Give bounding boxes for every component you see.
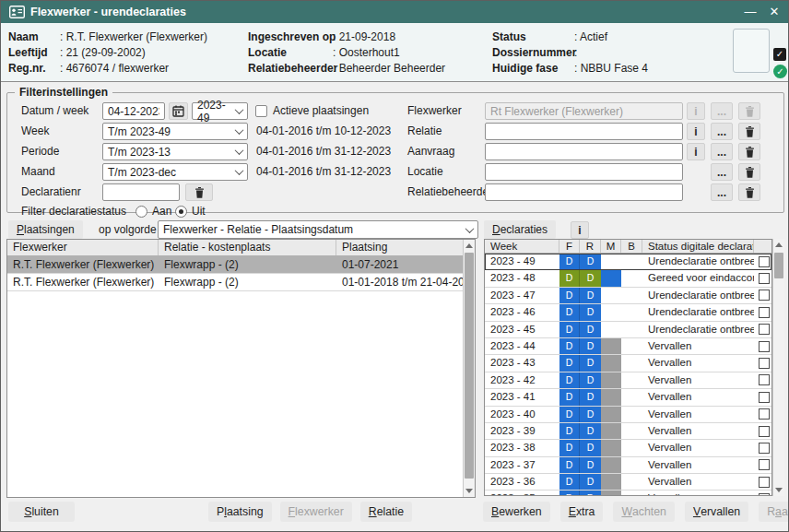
table-cell: R.T. Flexwerker (Flexwerker) [7,256,159,273]
declaratienr-input[interactable] [102,183,180,201]
header-column-2: Ingeschreven op: 21-09-2018Locatie: Oost… [248,30,445,77]
header-field-value: : Beheerder Beheerder [333,62,445,75]
calendar-button[interactable] [169,102,188,120]
clear-button-aanvraag[interactable] [738,143,760,160]
periode-select-value: T/m 2023-13 [108,146,171,159]
week-cell: 2023 - 37 [485,457,559,473]
browse-button-aanvraag[interactable]: ... [711,143,733,160]
scrollbar-thumb[interactable] [465,253,474,479]
extra-button[interactable]: Extra [560,502,604,522]
checkbox-cell [754,389,772,405]
date-input[interactable] [102,102,165,120]
checkbox-cell [754,304,772,320]
lookup-input-relatie[interactable] [485,123,683,140]
label-post: aatsing [227,505,264,518]
table-row[interactable]: 2023 - 38DDVervallen [485,440,771,456]
status-cell: Urendeclaratie ontbreekt [642,304,754,320]
lookup-input-relatiebeheerder[interactable] [485,183,683,201]
green-check-icon[interactable]: ✓ [773,65,787,78]
table-row[interactable]: 2023 - 46DDUrendeclaratie ontbreekt [485,304,771,321]
m-cell [601,304,621,320]
table-row[interactable]: 2023 - 41DDVervallen [485,389,771,406]
label-key: W [621,505,632,518]
declaraties-tab[interactable]: Declaraties [484,220,556,239]
clear-button-relatie[interactable] [738,123,760,140]
scroll-up-icon[interactable] [464,240,475,252]
declaraties-info-button[interactable]: i [571,221,589,239]
radio-uit[interactable] [175,206,187,218]
table-row[interactable]: 2023 - 44DDVervallen [485,338,771,355]
table-row[interactable]: 2023 - 40DDVervallen [485,407,771,423]
header-column-1: Naam: R.T. Flexwerker (Flexwerker)Leefti… [8,30,207,77]
dark-check-icon[interactable]: ✓ [773,48,786,61]
row-checkbox[interactable] [759,459,770,470]
footer-left-buttons: Sluiten [8,502,75,522]
row-checkbox[interactable] [759,273,770,284]
actieve-plaatsingen-checkbox[interactable] [255,105,267,117]
table-row[interactable]: 2023 - 45DDUrendeclaratie ontbreekt [485,322,771,338]
info-button-relatie[interactable]: i [687,123,705,140]
plaatsingen-table-header: FlexwerkerRelatie - kostenplaatsPlaatsin… [7,240,475,256]
plaatsingen-tab[interactable]: Plaatsingen [8,220,83,239]
table-row[interactable]: 2023 - 48DDGereed voor eindaccord... [485,270,771,287]
table-row[interactable]: 2023 - 43DDVervallen [485,355,771,372]
table-row[interactable]: R.T. Flexwerker (Flexwerker)Flexwrapp - … [7,256,475,274]
week-cell: 2023 - 36 [485,474,559,490]
row-checkbox[interactable] [759,443,770,454]
declaraties-scrollbar[interactable] [772,239,784,496]
row-checkbox[interactable] [759,426,770,437]
row-checkbox[interactable] [759,324,770,335]
checkbox-cell [754,407,772,422]
sluiten-button[interactable]: Sluiten [8,502,75,522]
weeknr-select[interactable]: 2023-49 [192,102,248,120]
browse-button-locatie[interactable]: ... [711,163,733,181]
row-checkbox[interactable] [759,290,770,301]
close-button[interactable]: ✕ [760,1,788,23]
lookup-input-aanvraag[interactable] [485,143,683,160]
periode-select[interactable]: T/m 2023-13 [102,143,248,160]
week-label: Week [21,123,49,140]
relatie-button[interactable]: Relatie [360,502,412,522]
table-row[interactable]: 2023 - 37DDVervallen [485,457,771,474]
week-select[interactable]: T/m 2023-49 [102,123,248,140]
row-checkbox[interactable] [759,477,770,488]
table-row[interactable]: R.T. Flexwerker (Flexwerker)Flexwrapp - … [7,274,475,291]
table-row[interactable]: 2023 - 47DDUrendeclaratie ontbreekt [485,288,771,304]
table-row[interactable]: 2023 - 36DDVervallen [485,474,771,491]
vervallen-button[interactable]: Vervallen [685,502,748,522]
week-cell: 2023 - 42 [485,372,559,388]
table-row[interactable]: 2023 - 35DDVervallen [485,491,771,496]
row-checkbox[interactable] [759,256,770,267]
row-checkbox[interactable] [759,341,770,352]
checkbox-cell [754,440,772,455]
table-row[interactable]: 2023 - 49DDUrendeclaratie ontbreekt [485,254,771,270]
clear-declaratienr-button[interactable] [185,183,213,201]
scroll-up-icon[interactable] [773,239,784,251]
info-button-aanvraag[interactable]: i [687,143,705,160]
scroll-down-icon[interactable] [464,485,475,497]
plaatsing-button[interactable]: Plaatsing [208,502,272,522]
header-field: Ingeschreven op: 21-09-2018 [248,30,445,45]
plaatsingen-scrollbar[interactable] [463,240,475,497]
sort-order-select[interactable]: Flexwerker - Relatie - Plaatsingsdatum [158,220,478,239]
browse-button-relatiebeheerder[interactable]: ... [711,183,733,201]
row-checkbox[interactable] [759,493,770,496]
header-field-value: : Actief [574,30,607,43]
clear-button-locatie[interactable] [738,163,760,181]
table-row[interactable]: 2023 - 42DDVervallen [485,372,771,389]
row-checkbox[interactable] [759,408,770,420]
clear-button-relatiebeheerder[interactable] [738,183,760,201]
scroll-down-icon[interactable] [773,484,784,496]
scrollbar-thumb[interactable] [774,253,783,278]
table-row[interactable]: 2023 - 39DDVervallen [485,423,771,440]
row-checkbox[interactable] [759,307,770,318]
browse-button-relatie[interactable]: ... [711,123,733,140]
lookup-input-locatie[interactable] [485,163,683,181]
row-checkbox[interactable] [759,358,770,369]
row-checkbox[interactable] [759,392,770,403]
browse-button-flexwerker: ... [711,102,733,120]
radio-aan[interactable] [135,206,147,218]
maand-select[interactable]: T/m 2023-dec [102,163,248,181]
row-checkbox[interactable] [759,374,770,385]
bewerken-button[interactable]: Bewerken [483,502,550,522]
